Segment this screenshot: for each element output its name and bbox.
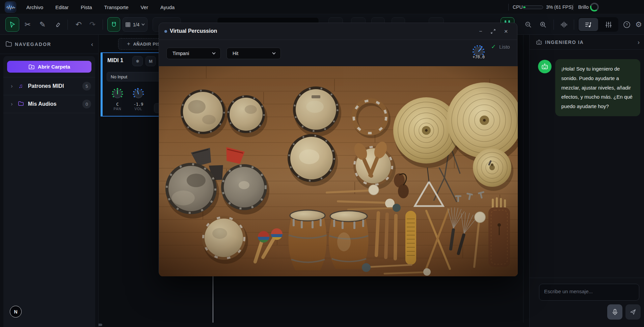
- audio-folder-icon: [18, 101, 24, 107]
- cpu-meter-fill: [523, 6, 526, 8]
- erase-tool-button[interactable]: [51, 17, 63, 32]
- percussion-photo: [159, 66, 518, 276]
- undo-button[interactable]: ↶: [73, 17, 85, 32]
- plugin-status-dot: [164, 30, 167, 33]
- vol-knob-block: -1.9 VOL: [128, 87, 149, 111]
- pan-knob[interactable]: [111, 87, 124, 100]
- user-avatar[interactable]: N: [10, 306, 22, 318]
- expand-icon: [491, 29, 495, 34]
- toolbar-divider3: [554, 20, 554, 30]
- cpu-label: CPU: [513, 4, 523, 10]
- menu-editar[interactable]: Editar: [55, 4, 69, 10]
- gear-icon: ⚙: [635, 21, 642, 28]
- grid-icon: [125, 22, 131, 27]
- plugin-status-text: Listo: [499, 44, 510, 50]
- menu-ayuda[interactable]: Ayuda: [160, 4, 175, 10]
- plugin-volume-value: +70.0: [468, 55, 489, 59]
- app-window: Archivo Editar Pista Transporte Ver Ayud…: [0, 0, 644, 327]
- zoom-in-button[interactable]: [537, 17, 549, 32]
- microphone-icon: [612, 309, 618, 316]
- snap-magnet-button[interactable]: [107, 17, 120, 32]
- pencil-icon: ✎: [39, 21, 46, 28]
- grid-size-dropdown[interactable]: 1/4: [123, 17, 147, 32]
- ai-engineer-panel: INGENIERO IA › ¡Hola! Soy tu ingeniero d…: [529, 35, 644, 327]
- cpu-value: 3% (61 FPS): [546, 4, 573, 10]
- draw-tool-button[interactable]: ✎: [36, 17, 49, 32]
- freeze-track-button[interactable]: ❄: [132, 56, 143, 66]
- check-icon: ✓: [491, 43, 496, 50]
- mixer-view-button[interactable]: [599, 17, 618, 32]
- eraser-icon: [54, 21, 61, 28]
- item-count-badge: 5: [82, 82, 91, 91]
- cursor-icon: [9, 21, 16, 28]
- mute-label: M: [149, 59, 153, 64]
- mixer-sliders-icon: [605, 21, 612, 28]
- zoom-out-button[interactable]: [522, 17, 535, 32]
- topbar-divider2: [573, 4, 573, 10]
- minimize-icon: −: [479, 28, 482, 34]
- cut-tool-button[interactable]: ✂: [22, 17, 34, 32]
- sidebar-item-mis-audios[interactable]: › Mis Audios 0: [3, 96, 95, 112]
- chevron-down-icon: [272, 52, 276, 55]
- ai-input-area: [530, 278, 644, 327]
- select-tool-button[interactable]: [5, 17, 19, 32]
- instrument-select[interactable]: Timpani: [166, 48, 221, 59]
- chevron-down-icon: [141, 23, 145, 26]
- close-button[interactable]: ×: [502, 27, 510, 35]
- folder-plus-icon: [28, 64, 35, 70]
- sidebar-item-patrones-midi[interactable]: › ♫ Patrones MIDI 5: [3, 78, 95, 95]
- redo-icon: ↷: [89, 21, 96, 28]
- expand-button[interactable]: [489, 27, 498, 35]
- vol-value: -1.9: [128, 102, 149, 107]
- ai-panel-header: INGENIERO IA ›: [530, 35, 644, 50]
- waveform-view-button[interactable]: [558, 17, 570, 32]
- menu-ver[interactable]: Ver: [141, 4, 149, 10]
- sidebar-item-label: Patrones MIDI: [28, 83, 64, 89]
- help-button[interactable]: ?: [620, 17, 633, 32]
- navigator-header: NAVEGADOR ‹: [0, 35, 99, 54]
- open-folder-label: Abrir Carpeta: [38, 64, 70, 70]
- user-initial: N: [14, 309, 17, 315]
- chevron-right-icon: ›: [11, 101, 13, 107]
- menu-items: Archivo Editar Pista Transporte Ver Ayud…: [26, 0, 175, 14]
- chat-message-input[interactable]: [539, 284, 639, 301]
- mute-button[interactable]: M: [145, 56, 156, 66]
- voice-input-button[interactable]: [607, 304, 622, 320]
- ai-panel-title: INGENIERO IA: [545, 40, 584, 45]
- view-toggle-group: [578, 17, 618, 32]
- playlist-view-button[interactable]: [579, 18, 598, 31]
- ai-collapse-button[interactable]: ›: [638, 39, 640, 46]
- instrument-value: Timpani: [172, 51, 189, 56]
- waveform-logo-icon: [6, 4, 16, 10]
- divider: [3, 113, 95, 113]
- toolbar-divider4: [574, 20, 574, 30]
- volume-knob[interactable]: [132, 87, 145, 100]
- cpu-meter: [522, 5, 543, 9]
- articulation-select[interactable]: Hit: [226, 48, 281, 59]
- midi-note-icon: ♫: [18, 83, 24, 90]
- menu-pista[interactable]: Pista: [81, 4, 92, 10]
- grid-size-value: 1/4: [133, 22, 139, 27]
- close-icon: ×: [504, 28, 508, 35]
- plugin-controls: Timpani Hit +70.0 ✓ Listo: [159, 40, 517, 66]
- brightness-knob[interactable]: [590, 3, 599, 11]
- redo-button[interactable]: ↷: [86, 17, 99, 32]
- svg-text:?: ?: [626, 23, 628, 27]
- send-message-button[interactable]: [625, 304, 641, 320]
- menu-transporte[interactable]: Transporte: [104, 4, 129, 10]
- open-folder-button[interactable]: Abrir Carpeta: [7, 61, 91, 73]
- menu-bar: Archivo Editar Pista Transporte Ver Ayud…: [0, 0, 644, 14]
- plugin-window: Virtual Percussion − × Timpani Hit: [159, 23, 517, 276]
- settings-button[interactable]: ⚙: [633, 17, 644, 32]
- folder-icon: [5, 41, 12, 47]
- robot-avatar-icon: [541, 63, 548, 70]
- divider: [3, 95, 95, 95]
- minimize-button[interactable]: −: [476, 27, 485, 35]
- chevron-down-icon: [212, 52, 216, 55]
- sidebar-collapse-button[interactable]: ‹: [91, 41, 93, 48]
- menu-archivo[interactable]: Archivo: [26, 4, 43, 10]
- navigator-title: NAVEGADOR: [15, 42, 51, 47]
- toolbar-divider2: [103, 20, 103, 30]
- navigator-sidebar: NAVEGADOR ‹ Abrir Carpeta › ♫ Patrones M…: [0, 35, 99, 327]
- plugin-header[interactable]: Virtual Percussion − ×: [159, 23, 517, 40]
